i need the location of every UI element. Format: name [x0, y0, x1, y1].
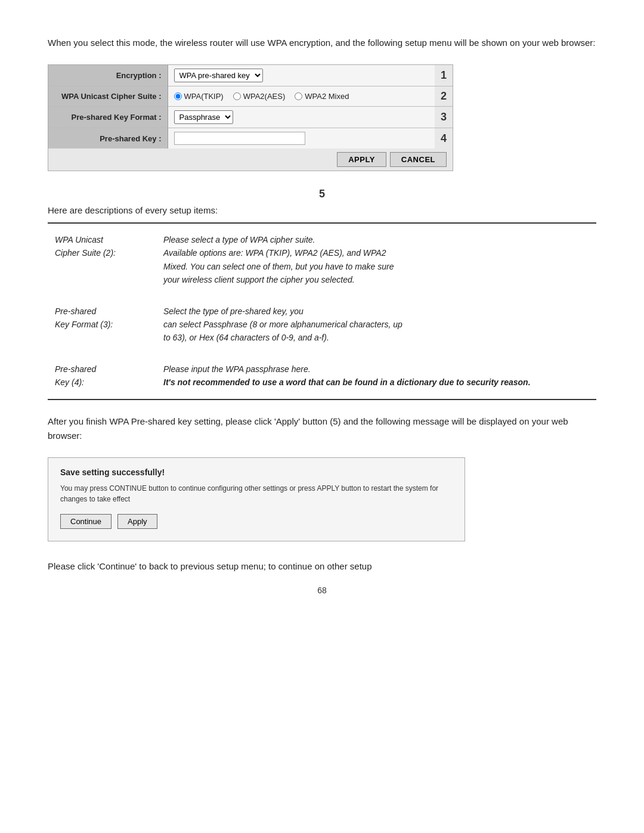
radio-mixed-label[interactable]: WPA2 Mixed: [295, 92, 349, 101]
keyformat-select[interactable]: Passphrase Hex: [174, 110, 233, 124]
presharedkey-content: [168, 128, 435, 149]
desc-body-cipher: Please select a type of WPA cipher suite…: [157, 225, 595, 295]
desc-row-presharedkey: Pre-sharedKey (4): Please input the WPA …: [49, 354, 595, 398]
desc-row-keyformat: Pre-sharedKey Format (3): Select the typ…: [49, 296, 595, 353]
form-buttons-row: APPLY CANCEL: [48, 148, 453, 171]
page-number: 68: [48, 586, 596, 595]
here-text: Here are descriptions of every setup ite…: [48, 205, 596, 215]
apply-button[interactable]: APPLY: [337, 152, 386, 167]
cipher-radio-group: WPA(TKIP) WPA2(AES) WPA2 Mixed: [174, 92, 429, 101]
cipher-content: WPA(TKIP) WPA2(AES) WPA2 Mixed: [168, 86, 435, 107]
encryption-select[interactable]: WPA pre-shared key: [174, 69, 263, 82]
desc-body-keyformat: Select the type of pre-shared key, you c…: [157, 296, 595, 353]
radio-aes[interactable]: [233, 92, 241, 100]
table-row-keyformat: Pre-shared Key Format : Passphrase Hex 3: [48, 107, 453, 128]
desc-body-presharedkey: Please input the WPA passphrase here. It…: [157, 354, 595, 398]
number-3: 3: [435, 107, 453, 128]
radio-mixed[interactable]: [295, 92, 302, 100]
intro-paragraph: When you select this mode, the wireless …: [48, 36, 596, 50]
encryption-content: WPA pre-shared key: [168, 65, 435, 86]
desc-term-keyformat: Pre-sharedKey Format (3):: [49, 296, 156, 353]
after-text: After you finish WPA Pre-shared key sett…: [48, 414, 596, 443]
cancel-button[interactable]: CANCEL: [390, 152, 447, 167]
save-box: Save setting successfully! You may press…: [48, 457, 465, 541]
presharedkey-input[interactable]: [174, 132, 305, 145]
encryption-dropdown-group: WPA pre-shared key: [174, 69, 429, 82]
table-row-presharedkey: Pre-shared Key : 4: [48, 128, 453, 149]
desc-bold-warning: It's not recommended to use a word that …: [163, 377, 531, 387]
presharedkey-label: Pre-shared Key :: [48, 128, 168, 149]
apply2-button[interactable]: Apply: [117, 514, 157, 529]
footer-paragraph: Please click 'Continue' to back to previ…: [48, 559, 596, 574]
radio-tkip-label[interactable]: WPA(TKIP): [174, 92, 224, 101]
radio-mixed-text: WPA2 Mixed: [305, 92, 349, 101]
radio-aes-text: WPA2(AES): [243, 92, 286, 101]
setup-form-wrapper: Encryption : WPA pre-shared key 1 WPA Un…: [48, 64, 453, 171]
cipher-label: WPA Unicast Cipher Suite :: [48, 86, 168, 107]
save-box-buttons: Continue Apply: [60, 514, 453, 529]
radio-aes-label[interactable]: WPA2(AES): [233, 92, 286, 101]
keyformat-content: Passphrase Hex: [168, 107, 435, 128]
desc-row-cipher: WPA UnicastCipher Suite (2): Please sele…: [49, 225, 595, 295]
table-row-encryption: Encryption : WPA pre-shared key 1: [48, 65, 453, 86]
desc-term-cipher: WPA UnicastCipher Suite (2):: [49, 225, 156, 295]
save-box-desc: You may press CONTINUE button to continu…: [60, 483, 453, 504]
descriptions-table: WPA UnicastCipher Suite (2): Please sele…: [48, 222, 596, 400]
number-5-label: 5: [48, 188, 596, 200]
number-4: 4: [435, 128, 453, 149]
radio-tkip-text: WPA(TKIP): [184, 92, 224, 101]
radio-tkip[interactable]: [174, 92, 182, 100]
continue-button[interactable]: Continue: [60, 514, 112, 529]
table-row-cipher: WPA Unicast Cipher Suite : WPA(TKIP) WPA…: [48, 86, 453, 107]
keyformat-label: Pre-shared Key Format :: [48, 107, 168, 128]
setup-table: Encryption : WPA pre-shared key 1 WPA Un…: [48, 65, 453, 148]
number-1: 1: [435, 65, 453, 86]
keyformat-dropdown-group: Passphrase Hex: [174, 110, 429, 124]
save-box-title: Save setting successfully!: [60, 467, 453, 477]
encryption-label: Encryption :: [48, 65, 168, 86]
desc-term-presharedkey: Pre-sharedKey (4):: [49, 354, 156, 398]
number-2: 2: [435, 86, 453, 107]
